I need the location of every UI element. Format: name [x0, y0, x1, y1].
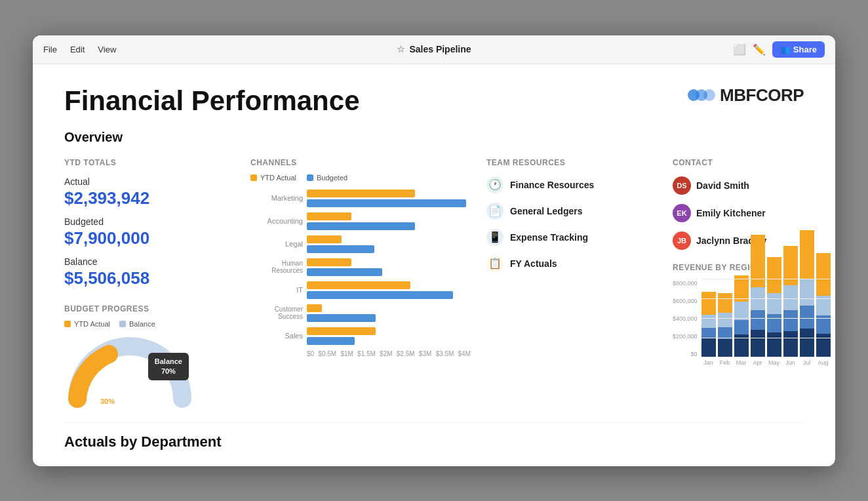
menu-view[interactable]: View [98, 45, 116, 54]
ytd-budgeted-label: Budgeted [64, 216, 235, 227]
bp-legend: YTD Actual Balance [64, 320, 235, 328]
overview-title: Overview [64, 130, 804, 145]
bar-marketing-actual [307, 190, 415, 197]
contact-name-emily: Emily Kitchener [696, 208, 766, 218]
contact-emily: EK Emily Kitchener [673, 204, 804, 222]
svg-point-2 [703, 89, 715, 101]
bar-hr-actual [307, 258, 351, 266]
ytd-balance-value: $5,506,058 [64, 268, 235, 289]
edit-icon[interactable]: ✏️ [753, 43, 766, 56]
team-label: Team Resources [486, 158, 657, 167]
team-item-fy[interactable]: 📋 FY Actuals [486, 255, 657, 272]
bar-sales-actual [307, 327, 376, 335]
ytd-row-budgeted: Budgeted $7,900,000 [64, 216, 235, 249]
donut-chart: 30% Balance70% [64, 333, 195, 412]
team-section: Team Resources 🕐 Finance Resources 📄 Gen… [486, 158, 657, 281]
revenue-y-axis: $800,000 $600,000 $400,000 $200,000 $0 [673, 279, 698, 357]
titlebar-center: ☆ Sales Pipeline [397, 44, 471, 54]
bar-accounting-budgeted [307, 222, 415, 230]
logo-text: MBFCORP [720, 85, 804, 106]
page-header: Financial Performance MBFCORP [64, 85, 804, 117]
share-button[interactable]: 👥 Share [772, 41, 825, 58]
channels-legend-actual: YTD Actual [250, 174, 296, 182]
ytd-actual-value: $2,393,942 [64, 188, 235, 209]
star-icon[interactable]: ☆ [397, 44, 405, 54]
ledgers-icon: 📄 [486, 203, 503, 220]
rev-bar-jul [800, 230, 814, 357]
legend-balance: Balance [119, 320, 155, 328]
bar-row-cs: CustomerSuccess [250, 304, 471, 322]
logo-icon [687, 86, 716, 104]
bar-row-hr: HumanResources [250, 258, 471, 276]
rev-bar-may [767, 257, 781, 357]
team-item-expense[interactable]: 📱 Expense Tracking [486, 229, 657, 246]
avatar-emily: EK [673, 204, 691, 222]
bar-it-actual [307, 281, 410, 289]
bar-row-it: IT [250, 281, 471, 299]
budget-progress: Budget Progress YTD Actual Balance [64, 304, 235, 412]
avatar-jaclynn: JB [673, 231, 691, 250]
bottom-section: Actuals by Department [64, 422, 804, 451]
bar-sales-budgeted [307, 337, 355, 345]
channels-label: Channels [250, 158, 471, 167]
logo: MBFCORP [687, 85, 804, 106]
window-title: Sales Pipeline [409, 44, 471, 54]
channels-legend: YTD Actual Budgeted [250, 174, 471, 182]
page-content: Financial Performance MBFCORP Overview Y… [33, 64, 835, 466]
rev-bar-apr [751, 235, 765, 357]
finance-icon: 🕐 [486, 176, 503, 193]
bar-row-legal: Legal [250, 235, 471, 253]
ytd-balance-label: Balance [64, 256, 235, 267]
share-icon: 👥 [780, 45, 791, 54]
page-title: Financial Performance [64, 85, 360, 117]
legend-dot-ytd [64, 321, 71, 327]
fy-icon: 📋 [486, 255, 503, 272]
team-item-ledgers[interactable]: 📄 General Ledgers [486, 203, 657, 220]
ytd-section: YTD Totals Actual $2,393,942 Budgeted $7… [64, 158, 235, 412]
channels-legend-budgeted: Budgeted [307, 174, 347, 182]
revenue-section: Revenue by Region $800,000 $600,000 $400… [673, 263, 804, 366]
revenue-x-axis: Jan Feb Mar Apr May Jun Jul Aug [701, 359, 831, 366]
team-item-finance[interactable]: 🕐 Finance Resources [486, 176, 657, 193]
overview-grid: YTD Totals Actual $2,393,942 Budgeted $7… [64, 158, 804, 412]
revenue-bars [701, 279, 831, 357]
menu-file[interactable]: File [43, 45, 57, 54]
bar-it-budgeted [307, 291, 453, 299]
channels-legend-dot-budgeted [307, 174, 313, 181]
revenue-bars-area: Jan Feb Mar Apr May Jun Jul Aug [701, 279, 831, 366]
titlebar-right: ⬜ ✏️ 👥 Share [733, 41, 825, 58]
bar-row-accounting: Accounting [250, 212, 471, 230]
rev-bar-jan [701, 292, 716, 357]
ytd-row-balance: Balance $5,506,058 [64, 256, 235, 289]
ytd-budgeted-value: $7,900,000 [64, 228, 235, 249]
channels-axis: $0$0.5M$1M$1.5M$2M$2.5M$3M$3.5M$4M [250, 350, 471, 357]
channels-section: Channels YTD Actual Budgeted Marketi [250, 158, 471, 357]
expense-icon: 📱 [486, 229, 503, 246]
rev-bar-jun [783, 246, 798, 357]
contact-name-david: David Smith [696, 180, 749, 191]
bar-cs-actual [307, 304, 322, 312]
bar-marketing-budgeted [307, 199, 466, 207]
donut-tooltip: Balance70% [148, 353, 189, 381]
monitor-icon[interactable]: ⬜ [733, 43, 746, 56]
contact-label: Contact [673, 158, 804, 167]
bp-label: Budget Progress [64, 304, 235, 313]
channels-legend-dot-actual [250, 174, 257, 181]
channels-bars: Marketing Accounting [250, 190, 471, 357]
menu-edit[interactable]: Edit [70, 45, 85, 54]
rev-bar-aug [816, 253, 831, 357]
revenue-chart: $800,000 $600,000 $400,000 $200,000 $0 [673, 279, 804, 366]
ytd-row-actual: Actual $2,393,942 [64, 176, 235, 209]
bar-row-marketing: Marketing [250, 190, 471, 207]
bar-legal-actual [307, 235, 342, 243]
avatar-david: DS [673, 176, 691, 195]
bar-accounting-actual [307, 212, 351, 220]
bar-hr-budgeted [307, 268, 382, 276]
titlebar: File Edit View ☆ Sales Pipeline ⬜ ✏️ 👥 S… [33, 35, 835, 64]
legend-dot-balance [119, 321, 126, 327]
main-window: File Edit View ☆ Sales Pipeline ⬜ ✏️ 👥 S… [33, 35, 835, 466]
legend-ytd: YTD Actual [64, 320, 110, 328]
bar-legal-budgeted [307, 245, 374, 253]
rev-bar-feb [718, 293, 732, 357]
ytd-label: YTD Totals [64, 158, 235, 167]
